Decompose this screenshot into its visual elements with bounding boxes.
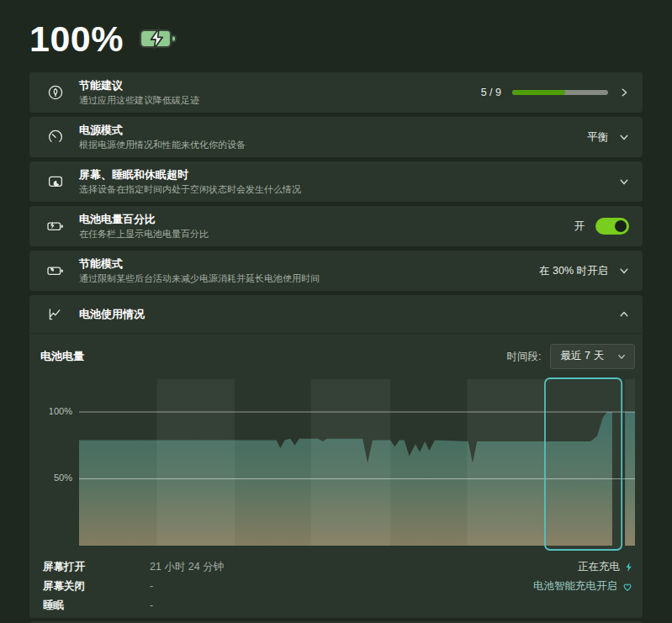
battery-leaf-icon [45, 262, 66, 279]
row-subtitle: 在任务栏上显示电池电量百分比 [79, 228, 574, 240]
row-subtitle: 根据电源使用情况和性能来优化你的设备 [79, 139, 587, 150]
chevron-down-icon [617, 352, 626, 361]
period-label: 时间段: [507, 350, 542, 364]
battery-charging-icon [139, 26, 177, 55]
row-subtitle: 通过限制某些后台活动来减少电源消耗并延长电池使用时间 [79, 272, 539, 284]
stat-label: 屏幕关闭 [43, 579, 150, 594]
stat-value: - [150, 599, 224, 613]
stat-value: - [150, 579, 224, 594]
row-title: 屏幕、睡眠和休眠超时 [79, 168, 619, 182]
gauge-icon [45, 129, 66, 145]
usage-stats: 屏幕打开 21 小时 24 分钟 屏幕关闭 - 睡眠 - 正在充电 [40, 560, 635, 613]
battery-usage-card: 电池使用情况 电池电量 时间段: 最近 7 天 1 [29, 295, 643, 618]
bolt-icon [625, 562, 632, 573]
period-select[interactable]: 最近 7 天 [550, 344, 635, 369]
ytick-50: 50% [40, 473, 72, 483]
power-battery-settings-page: 100% 节能建议 通过应用这些建议降低碳足迹 5 / 9 [0, 0, 672, 623]
toggle-state-label: 开 [574, 219, 585, 234]
setting-row-energy-saver[interactable]: 节能模式 通过限制某些后台活动来减少电源消耗并延长电池使用时间 在 30% 时开… [29, 251, 643, 291]
row-title: 节能建议 [79, 79, 481, 92]
period-value: 最近 7 天 [561, 349, 604, 363]
battery-usage-body: 电池电量 时间段: 最近 7 天 100% 50% [29, 345, 643, 613]
charging-status: 正在充电 [533, 560, 632, 574]
battery-level-chart[interactable]: 100% 50% [40, 376, 635, 552]
ytick-100: 100% [40, 406, 72, 416]
setting-row-energy-recommendations[interactable]: 节能建议 通过应用这些建议降低碳足迹 5 / 9 [29, 72, 643, 113]
recommendations-count: 5 / 9 [481, 87, 501, 98]
setting-row-battery-percentage[interactable]: 电池电量百分比 在任务栏上显示电池电量百分比 开 [29, 206, 643, 246]
setting-row-screen-sleep-timeouts[interactable]: 屏幕、睡眠和休眠超时 选择设备在指定时间内处于空闲状态时会发生什么情况 [29, 161, 643, 202]
battery-level-label: 电池电量 [40, 349, 84, 364]
recommendations-progressbar [512, 90, 608, 95]
usage-title: 电池使用情况 [79, 308, 619, 321]
line-chart-icon [45, 306, 66, 323]
battery-bolt-icon [45, 218, 66, 235]
chevron-down-icon [619, 266, 629, 276]
stat-label: 屏幕打开 [43, 560, 150, 574]
row-subtitle: 选择设备在指定时间内处于空闲状态时会发生什么情况 [79, 183, 619, 195]
row-title: 节能模式 [79, 257, 539, 271]
battery-usage-header[interactable]: 电池使用情况 [29, 295, 643, 334]
screen-sleep-icon [45, 173, 66, 190]
row-title: 电池电量百分比 [79, 213, 574, 226]
smart-charging-status[interactable]: 电池智能充电开启 [533, 579, 632, 594]
energy-saver-selected-value[interactable]: 在 30% 时开启 [539, 264, 608, 278]
stat-value: 21 小时 24 分钟 [150, 560, 224, 574]
setting-row-power-mode[interactable]: 电源模式 根据电源使用情况和性能来优化你的设备 平衡 [29, 117, 643, 157]
power-mode-selected-value[interactable]: 平衡 [587, 130, 608, 145]
toggle-knob [615, 220, 627, 232]
battery-level-area-chart[interactable] [79, 376, 635, 552]
chevron-right-icon [619, 87, 629, 98]
row-title: 电源模式 [79, 124, 587, 137]
battery-status-header: 100% [29, 0, 643, 72]
stat-label: 睡眠 [43, 599, 150, 613]
battery-percentage-toggle[interactable] [595, 218, 629, 235]
battery-percent-heading: 100% [29, 21, 124, 57]
chevron-up-icon [619, 309, 629, 319]
row-subtitle: 通过应用这些建议降低碳足迹 [79, 94, 481, 106]
heart-icon [622, 582, 632, 592]
eco-leaf-icon [45, 84, 66, 101]
chevron-down-icon [619, 177, 629, 187]
chevron-down-icon [619, 132, 629, 142]
